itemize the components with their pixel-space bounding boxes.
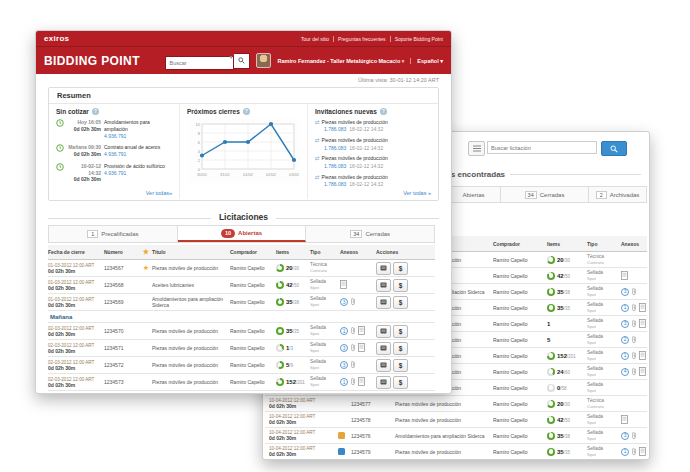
attachment-count-badge[interactable]: 2 [621,336,629,344]
attachment-count-badge[interactable]: 1 [621,304,629,312]
paperclip-icon[interactable] [350,326,356,336]
tab-cerradas[interactable]: 34 Cerradas [501,187,589,202]
ver-todas-link[interactable]: Ver todas » [403,190,431,196]
row-buyer: Ramiro Capello [493,273,547,279]
invitacion-number-link[interactable]: 1.786.083 [324,181,346,187]
document-icon[interactable] [621,271,628,281]
attachment-count-badge[interactable]: 4 [621,368,629,376]
global-search-input[interactable] [165,56,234,70]
tab-abiertas[interactable]: 10 Abiertas [178,226,307,242]
document-icon[interactable] [639,319,646,329]
briefcase-status-icon [338,432,345,439]
items-progress-icon [276,327,284,335]
search-button[interactable] [601,141,627,156]
link-support[interactable]: Soporte Bidding Point [390,36,443,42]
invitacion-number-link[interactable]: 1.786.083 [324,163,346,169]
invitacion-number-link[interactable]: 1.786.083 [324,145,346,151]
licitacion-number-link[interactable]: 4.936.791 [104,151,172,158]
licitacion-number-link[interactable]: 4.936.791 [104,170,172,177]
row-buyer: Ramiro Capello [493,401,547,407]
row-buyer: Ramiro Capello [230,345,276,351]
quote-action-button[interactable]: $ [393,325,408,338]
paperclip-icon[interactable] [631,303,637,313]
link-tour[interactable]: Tour del sitio [301,36,329,42]
paperclip-icon[interactable] [350,297,356,307]
licitacion-search-input[interactable] [487,141,597,154]
desktop-canvas: Licitaciones encontradas Abiertas 34 Cer… [0,0,690,472]
document-icon[interactable] [621,415,628,425]
tab-archivadas[interactable]: 2 Archivadas [589,187,646,202]
svg-text:01/02: 01/02 [242,172,253,177]
quote-action-button[interactable]: $ [393,359,408,372]
star-icon[interactable]: ★ [143,264,149,271]
detail-action-button[interactable] [376,342,391,355]
document-icon[interactable] [639,351,646,361]
row-buyer: Ramiro Capello [230,379,276,385]
row-buyer: Ramiro Capello [493,369,547,375]
row-type-sub: Spot [587,420,621,425]
quote-action-button[interactable]: $ [393,279,408,292]
paperclip-icon[interactable] [631,447,637,457]
licitacion-number-link[interactable]: 4.936.791 [104,133,172,140]
document-icon[interactable] [639,367,646,377]
search-icon [610,145,618,153]
table-group-header: Próximos días [48,391,435,394]
paperclip-icon[interactable] [350,343,356,353]
detail-action-button[interactable] [376,296,391,309]
quote-action-button[interactable]: $ [393,342,408,355]
paperclip-icon[interactable] [631,367,637,377]
document-icon[interactable] [358,343,365,353]
list-icon[interactable] [468,141,485,156]
quote-action-button[interactable]: $ [393,376,408,389]
help-icon[interactable]: ? [380,108,387,115]
detail-action-button[interactable] [376,325,391,338]
svg-text:31/01: 31/01 [219,172,230,177]
help-icon[interactable]: ? [92,108,99,115]
paperclip-icon[interactable] [350,377,356,387]
paperclip-icon[interactable] [350,360,356,370]
attachment-count-badge[interactable]: 3 [621,320,629,328]
quote-action-button[interactable]: $ [393,296,408,309]
global-search-button[interactable] [234,53,250,69]
tab-abiertas[interactable]: Abiertas [447,187,501,202]
tab-cerradas[interactable]: 34 Cerradas [306,226,434,242]
chevron-down-icon[interactable]: ▾ [229,53,232,60]
paperclip-icon[interactable] [631,351,637,361]
detail-action-button[interactable] [376,359,391,372]
document-icon[interactable] [358,377,365,387]
attachment-count-badge[interactable]: 3 [340,344,348,352]
paperclip-icon[interactable] [631,335,637,345]
link-faq[interactable]: Preguntas frecuentes [333,36,386,42]
document-icon[interactable] [358,326,365,336]
tab-precalificadas[interactable]: 1 Precalificadas [49,226,178,242]
paperclip-icon[interactable] [631,431,637,441]
detail-action-button[interactable] [376,279,391,292]
attachment-count-badge[interactable]: 3 [621,288,629,296]
invitacion-number-link[interactable]: 1.786.083 [324,126,346,132]
resumen-panel: Resumen Sin cotizar ? Hoy 16:05 0d 02h 3… [48,87,439,201]
document-icon[interactable] [340,280,347,290]
paperclip-icon[interactable] [631,319,637,329]
items-total: /50 [293,283,299,288]
ver-todas-link[interactable]: Ver todas» [146,190,172,196]
attachment-count-badge[interactable]: 1 [621,448,629,456]
user-menu[interactable]: Ramiro Fernandez - Taller Metalúrgico Ma… [277,58,404,64]
document-icon[interactable] [639,447,646,457]
attachment-count-badge[interactable]: 3 [340,298,348,306]
tab-count-badge: 2 [596,191,607,199]
attachment-count-badge[interactable]: 3 [621,432,629,440]
tab-label: Archivadas [610,192,640,198]
attachment-count-badge[interactable]: 1 [340,327,348,335]
quote-action-button[interactable]: $ [393,262,408,275]
attachment-count-badge[interactable]: 3 [340,361,348,369]
invitacion-title: Piezas móviles de producción [322,137,388,143]
attachment-count-badge[interactable]: 1 [340,378,348,386]
document-icon[interactable] [639,303,646,313]
detail-action-button[interactable] [376,376,391,389]
detail-action-button[interactable] [376,262,391,275]
attachment-count-badge[interactable]: 1 [621,352,629,360]
language-menu[interactable]: Español ▾ [410,58,443,64]
help-icon[interactable]: ? [243,108,250,115]
paperclip-icon[interactable] [631,287,637,297]
invitacion-item: ⇄Piezas móviles de producción 1.786.0831… [315,119,431,133]
